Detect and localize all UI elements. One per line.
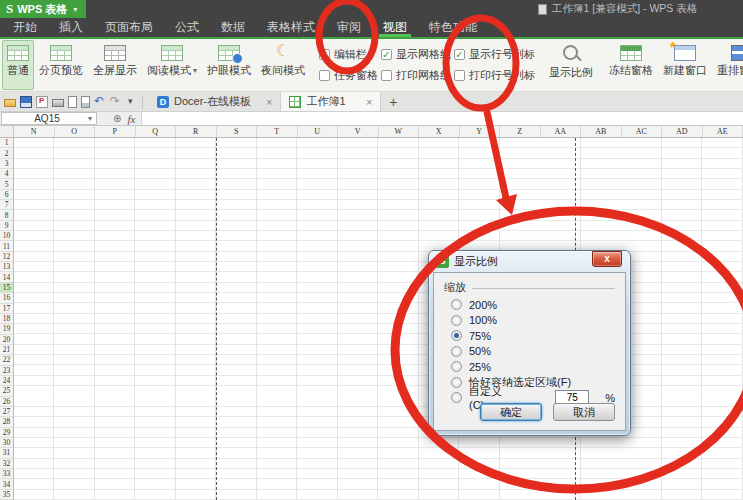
- edit-bar-checkbox[interactable]: ✓编辑栏: [319, 47, 378, 62]
- zoom-scale-button[interactable]: 显示比例: [544, 40, 598, 90]
- column-header-X[interactable]: X: [419, 126, 460, 137]
- row-header-3[interactable]: 3: [0, 159, 13, 169]
- column-header-AE[interactable]: AE: [703, 126, 743, 137]
- row-header-21[interactable]: 21: [0, 345, 13, 355]
- row-header-10[interactable]: 10: [0, 231, 13, 241]
- row-header-17[interactable]: 17: [0, 304, 13, 314]
- undo-icon[interactable]: [94, 96, 106, 108]
- row-header-8[interactable]: 8: [0, 210, 13, 220]
- row-header-14[interactable]: 14: [0, 272, 13, 282]
- new-window-button[interactable]: 新建窗口: [658, 40, 712, 90]
- eye-protect-button[interactable]: 护眼模式: [202, 40, 256, 90]
- arrange-windows-button[interactable]: 重排窗口▾: [712, 40, 743, 90]
- tab-页面布局[interactable]: 页面布局: [94, 18, 164, 37]
- print-headings-checkbox[interactable]: 打印行号列标: [454, 68, 535, 83]
- tab-视图[interactable]: 视图: [372, 18, 418, 37]
- row-header-5[interactable]: 5: [0, 179, 13, 189]
- row-header-15[interactable]: 15: [0, 283, 13, 293]
- row-header-29[interactable]: 29: [0, 428, 13, 438]
- show-gridlines-checkbox[interactable]: ✓显示网格线: [381, 47, 451, 62]
- row-header-13[interactable]: 13: [0, 262, 13, 272]
- document-tab[interactable]: DDocer-在线模板×: [149, 92, 281, 111]
- column-header-Y[interactable]: Y: [460, 126, 501, 137]
- column-header-R[interactable]: R: [176, 126, 217, 137]
- column-header-U[interactable]: U: [298, 126, 339, 137]
- export-pdf-icon[interactable]: [36, 96, 48, 108]
- save-icon[interactable]: [20, 96, 32, 108]
- row-header-26[interactable]: 26: [0, 397, 13, 407]
- page-preview-button[interactable]: 分页预览: [34, 40, 88, 90]
- row-header-22[interactable]: 22: [0, 355, 13, 365]
- document-tab[interactable]: 工作簿1×: [281, 92, 381, 111]
- row-header-32[interactable]: 32: [0, 459, 13, 469]
- zoom-icon[interactable]: ⊕: [113, 114, 121, 124]
- row-header-7[interactable]: 7: [0, 200, 13, 210]
- column-header-AC[interactable]: AC: [622, 126, 663, 137]
- zoom-option-50[interactable]: 50%: [451, 345, 615, 357]
- zoom-option-75[interactable]: 75%: [451, 330, 615, 342]
- open-folder-icon[interactable]: [4, 99, 16, 107]
- zoom-option-100[interactable]: 100%: [451, 314, 615, 326]
- column-header-T[interactable]: T: [257, 126, 298, 137]
- print-preview-icon[interactable]: [68, 96, 77, 108]
- tab-开始[interactable]: 开始: [2, 18, 48, 37]
- dialog-close-button[interactable]: x: [592, 251, 622, 267]
- tab-插入[interactable]: 插入: [48, 18, 94, 37]
- print-icon[interactable]: [52, 99, 64, 107]
- row-header-31[interactable]: 31: [0, 448, 13, 458]
- row-header-19[interactable]: 19: [0, 324, 13, 334]
- column-header-AD[interactable]: AD: [662, 126, 703, 137]
- row-header-28[interactable]: 28: [0, 417, 13, 427]
- select-all-corner[interactable]: [0, 126, 14, 137]
- row-header-2[interactable]: 2: [0, 148, 13, 158]
- show-headings-checkbox[interactable]: ✓显示行号列标: [454, 47, 535, 62]
- night-mode-button[interactable]: 夜间模式: [256, 40, 310, 90]
- column-header-P[interactable]: P: [95, 126, 136, 137]
- row-header-33[interactable]: 33: [0, 469, 13, 479]
- file-preview-icon[interactable]: [81, 96, 90, 108]
- column-header-AA[interactable]: AA: [541, 126, 582, 137]
- tab-表格样式[interactable]: 表格样式: [256, 18, 326, 37]
- normal-view-button[interactable]: 普通: [2, 40, 34, 90]
- sheet-cells[interactable]: [14, 138, 743, 500]
- tab-审阅[interactable]: 审阅: [326, 18, 372, 37]
- row-header-30[interactable]: 30: [0, 438, 13, 448]
- row-header-23[interactable]: 23: [0, 366, 13, 376]
- row-header-18[interactable]: 18: [0, 314, 13, 324]
- zoom-option-25[interactable]: 25%: [451, 361, 615, 373]
- tab-公式[interactable]: 公式: [164, 18, 210, 37]
- ok-button[interactable]: 确定: [480, 403, 542, 421]
- column-header-Q[interactable]: Q: [136, 126, 177, 137]
- insert-function-button[interactable]: fx: [127, 113, 135, 125]
- more-dropdown-icon[interactable]: [126, 96, 138, 108]
- column-header-S[interactable]: S: [217, 126, 258, 137]
- column-header-N[interactable]: N: [14, 126, 55, 137]
- row-header-20[interactable]: 20: [0, 335, 13, 345]
- column-header-AB[interactable]: AB: [581, 126, 622, 137]
- row-header-24[interactable]: 24: [0, 376, 13, 386]
- zoom-option-200[interactable]: 200%: [451, 299, 615, 311]
- row-header-6[interactable]: 6: [0, 190, 13, 200]
- new-tab-button[interactable]: +: [381, 92, 405, 111]
- name-box[interactable]: AQ15 ▾: [1, 112, 97, 125]
- row-header-34[interactable]: 34: [0, 479, 13, 489]
- row-header-25[interactable]: 25: [0, 386, 13, 396]
- row-header-12[interactable]: 12: [0, 252, 13, 262]
- column-header-W[interactable]: W: [379, 126, 420, 137]
- close-icon[interactable]: ×: [256, 96, 272, 108]
- row-header-1[interactable]: 1: [0, 138, 13, 148]
- zoom-option-custom[interactable]: 自定义(C):%: [451, 392, 615, 404]
- row-header-11[interactable]: 11: [0, 241, 13, 251]
- fullscreen-button[interactable]: 全屏显示: [88, 40, 142, 90]
- read-mode-button[interactable]: 阅读模式▾: [142, 40, 202, 90]
- formula-input[interactable]: [141, 112, 743, 125]
- redo-icon[interactable]: [110, 96, 122, 108]
- column-header-O[interactable]: O: [55, 126, 96, 137]
- row-header-27[interactable]: 27: [0, 407, 13, 417]
- print-gridlines-checkbox[interactable]: 打印网格线: [381, 68, 451, 83]
- tab-数据[interactable]: 数据: [210, 18, 256, 37]
- row-header-4[interactable]: 4: [0, 169, 13, 179]
- task-pane-checkbox[interactable]: 任务窗格: [319, 68, 378, 83]
- wps-menu-button[interactable]: S WPS 表格 ▾: [0, 0, 86, 18]
- row-header-9[interactable]: 9: [0, 221, 13, 231]
